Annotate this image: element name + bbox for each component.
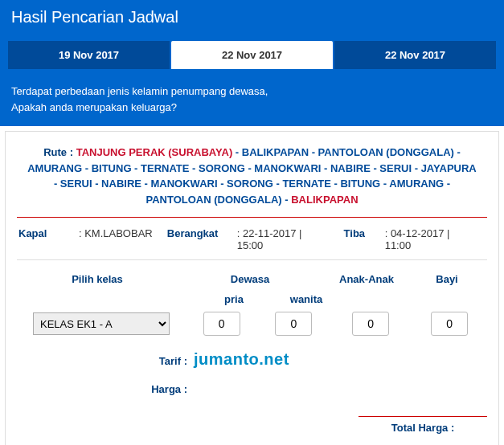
bayi-input[interactable] (431, 312, 468, 336)
hdr-dewasa: Dewasa (178, 273, 322, 285)
hdr-kelas: Pilih kelas (17, 273, 178, 285)
wanita-input[interactable] (275, 312, 312, 336)
hdr-anak: Anak-Anak (322, 273, 411, 285)
hdr-bayi: Bayi (411, 273, 483, 285)
notice-line2: Apakah anda merupakan keluarga? (11, 100, 493, 116)
berangkat-value: : 22-11-2017 | 15:00 (237, 227, 330, 251)
date-tabs: 19 Nov 2017 22 Nov 2017 22 Nov 2017 (0, 33, 504, 77)
anak-input[interactable] (352, 312, 389, 336)
berangkat-label: Berangkat (167, 227, 223, 251)
notice-line1: Terdapat perbedaan jenis kelamin penumpa… (11, 84, 493, 100)
sub-headers: pria wanita (17, 293, 487, 305)
kapal-label: Kapal (18, 227, 64, 251)
kapal-value: : KM.LABOBAR (79, 227, 153, 251)
route-label: Rute : (43, 146, 73, 158)
route-start: TANJUNG PERAK (SURABAYA) (76, 146, 233, 158)
result-card: Rute : TANJUNG PERAK (SURABAYA) - BALIKP… (5, 131, 499, 445)
page-title: Hasil Pencarian Jadwal (0, 0, 504, 33)
total-harga-label: Total Harga : (359, 416, 487, 434)
kelas-select[interactable]: KELAS EK1 - A (33, 312, 170, 335)
divider (17, 217, 487, 218)
divider (17, 259, 487, 260)
schedule-info: Kapal : KM.LABOBAR Berangkat : 22-11-201… (17, 224, 487, 259)
tarif-label: Tarif : (17, 355, 194, 367)
notice: Terdapat perbedaan jenis kelamin penumpa… (0, 77, 504, 126)
column-headers: Pilih kelas Dewasa Anak-Anak Bayi (17, 267, 487, 293)
date-tab-2[interactable]: 22 Nov 2017 (334, 41, 496, 69)
tarif-value: jumanto.net (194, 350, 289, 369)
tiba-label: Tiba (344, 227, 371, 251)
input-row: KELAS EK1 - A (17, 312, 487, 336)
date-tab-1[interactable]: 22 Nov 2017 (171, 41, 333, 69)
hdr-pria: pria (198, 293, 270, 305)
pria-input[interactable] (203, 312, 240, 336)
route-end: BALIKPAPAN (291, 194, 358, 206)
tiba-value: : 04-12-2017 | 11:00 (385, 227, 471, 251)
harga-label: Harga : (17, 383, 194, 395)
route-text: Rute : TANJUNG PERAK (SURABAYA) - BALIKP… (17, 143, 487, 215)
hdr-wanita: wanita (270, 293, 342, 305)
date-tab-0[interactable]: 19 Nov 2017 (8, 41, 170, 69)
